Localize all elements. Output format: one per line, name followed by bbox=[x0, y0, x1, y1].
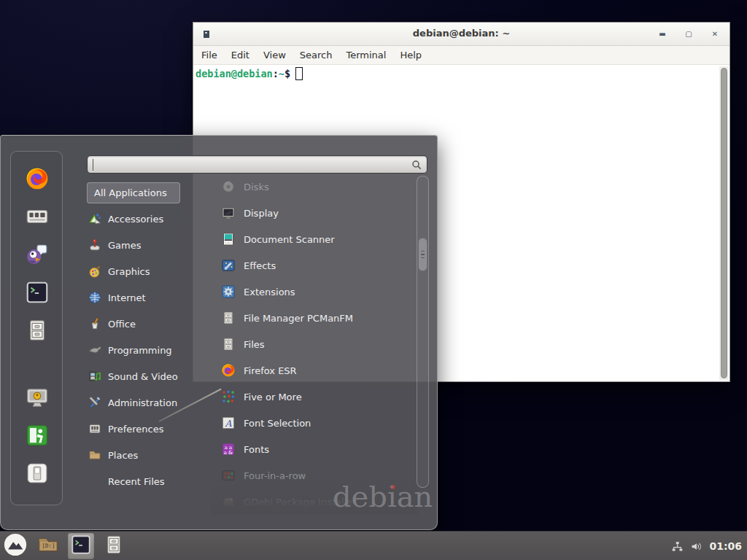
terminal-scrollbar[interactable] bbox=[719, 66, 728, 380]
places-icon bbox=[88, 448, 101, 462]
category-label: Internet bbox=[108, 292, 146, 303]
graphics-icon bbox=[88, 265, 101, 278]
taskbar-terminal-button[interactable] bbox=[68, 533, 94, 559]
desktop: debian@debian: ~ ▬ ▢ ✕ FileEditViewSearc… bbox=[0, 0, 747, 560]
close-button[interactable]: ✕ bbox=[711, 31, 719, 38]
prompt-symbol: $ bbox=[285, 68, 290, 79]
application-item[interactable]: Extensions bbox=[212, 279, 417, 305]
search-input[interactable] bbox=[87, 155, 427, 174]
category-item[interactable]: Graphics bbox=[87, 258, 212, 284]
taskbar-folder-button[interactable]: [D:] bbox=[35, 533, 61, 559]
document-scanner-icon bbox=[221, 232, 236, 246]
four-in-a-row-icon bbox=[221, 468, 236, 483]
all-applications-button[interactable]: All Applications bbox=[87, 182, 180, 203]
favorite-terminal-button[interactable] bbox=[25, 281, 50, 306]
category-item[interactable]: Sound & Video bbox=[87, 363, 212, 389]
category-item[interactable]: Internet bbox=[87, 284, 212, 311]
tray-network-icon[interactable] bbox=[671, 540, 684, 553]
programming-icon bbox=[88, 343, 101, 357]
category-label: Accessories bbox=[108, 214, 163, 225]
terminal-titlebar[interactable]: debian@debian: ~ ▬ ▢ ✕ bbox=[193, 23, 729, 46]
application-item[interactable]: Five or More bbox=[212, 384, 417, 410]
application-item[interactable]: Files bbox=[212, 331, 417, 357]
terminal-scrollbar-thumb[interactable] bbox=[721, 68, 727, 378]
firefox-icon bbox=[221, 363, 236, 378]
terminal-menu-help[interactable]: Help bbox=[400, 50, 422, 61]
category-item[interactable]: Programming bbox=[87, 337, 212, 363]
application-label: Firefox ESR bbox=[244, 365, 297, 376]
tray-volume-icon[interactable] bbox=[690, 540, 703, 553]
application-item[interactable]: Firefox ESR bbox=[212, 357, 417, 384]
favorite-firefox-button[interactable] bbox=[25, 168, 50, 192]
terminal-icon bbox=[25, 280, 50, 308]
taskbar-left: [D:] bbox=[2, 532, 127, 560]
maximize-button[interactable]: ▢ bbox=[684, 31, 693, 38]
apps-scrollbar-thumb[interactable] bbox=[418, 238, 427, 271]
favorite-lock-screen-button[interactable] bbox=[25, 386, 50, 411]
favorite-control-center-button[interactable] bbox=[25, 206, 50, 230]
prompt-path: ~ bbox=[279, 68, 285, 79]
svg-text:[D:]: [D:] bbox=[42, 542, 55, 549]
application-label: Four-in-a-row bbox=[244, 470, 306, 481]
terminal-menu-terminal[interactable]: Terminal bbox=[346, 50, 386, 61]
office-icon bbox=[88, 317, 101, 330]
taskbar-menu-launcher-button[interactable] bbox=[2, 533, 28, 559]
applications-list: DisksDisplayDocument ScannerEffectsExten… bbox=[212, 174, 417, 513]
all-applications-label: All Applications bbox=[94, 187, 167, 198]
category-label: Places bbox=[108, 450, 138, 461]
terminal-prompt: debian@debian:~$ bbox=[193, 65, 729, 80]
categories-list: AccessoriesGamesGraphicsInternetOfficePr… bbox=[87, 206, 212, 494]
terminal-menu-file[interactable]: File bbox=[201, 50, 217, 61]
minimize-button[interactable]: ▬ bbox=[658, 31, 667, 38]
category-label: Sound & Video bbox=[108, 371, 178, 382]
taskbar-file-cabinet-button[interactable] bbox=[101, 533, 127, 559]
preferences-icon bbox=[88, 422, 101, 435]
display-icon bbox=[221, 206, 236, 220]
terminal-icon bbox=[70, 534, 92, 559]
application-item[interactable]: a aa &Fonts bbox=[212, 436, 417, 462]
category-item[interactable]: Office bbox=[87, 311, 212, 337]
favorite-logout-button[interactable] bbox=[25, 424, 50, 449]
application-item[interactable]: Document Scanner bbox=[212, 226, 417, 252]
application-label: Five or More bbox=[244, 392, 302, 402]
administration-icon bbox=[88, 396, 101, 409]
application-label: Display bbox=[244, 208, 279, 219]
favorites-panel bbox=[10, 151, 63, 505]
application-label: Extensions bbox=[244, 287, 295, 298]
terminal-menu-view[interactable]: View bbox=[263, 50, 286, 61]
effects-icon bbox=[221, 258, 236, 273]
favorite-file-cabinet-button[interactable] bbox=[25, 319, 50, 344]
application-item[interactable]: Disks bbox=[212, 174, 417, 200]
application-item[interactable]: Display bbox=[212, 200, 417, 226]
application-label: Disks bbox=[244, 182, 269, 192]
internet-icon bbox=[88, 291, 101, 304]
taskbar: [D:] 01:06 bbox=[0, 531, 747, 560]
category-item[interactable]: Recent Files bbox=[87, 468, 212, 494]
pidgin-icon bbox=[25, 242, 50, 270]
taskbar-clock: 01:06 bbox=[709, 540, 742, 552]
application-item[interactable]: File Manager PCManFM bbox=[212, 305, 417, 331]
terminal-cursor bbox=[295, 67, 303, 80]
search-icon bbox=[411, 159, 422, 171]
file-cabinet-icon bbox=[25, 318, 50, 346]
category-item[interactable]: Games bbox=[87, 232, 212, 258]
search-caret bbox=[93, 159, 93, 171]
application-item[interactable]: Effects bbox=[212, 252, 417, 279]
terminal-menu-search[interactable]: Search bbox=[300, 50, 333, 61]
category-item[interactable]: Accessories bbox=[87, 206, 212, 232]
file-cabinet-icon bbox=[103, 534, 125, 559]
extensions-icon bbox=[221, 284, 236, 299]
window-title: debian@debian: ~ bbox=[193, 28, 729, 39]
category-label: Preferences bbox=[108, 424, 163, 435]
terminal-menu-edit[interactable]: Edit bbox=[231, 50, 249, 61]
apps-scrollbar-track[interactable] bbox=[417, 176, 429, 488]
five-or-more-icon bbox=[221, 389, 236, 404]
fonts-icon: a aa & bbox=[221, 442, 236, 456]
application-item[interactable]: AFont Selection bbox=[212, 410, 417, 436]
category-item[interactable]: Places bbox=[87, 442, 212, 468]
folder-icon: [D:] bbox=[37, 534, 59, 559]
favorite-pidgin-button[interactable] bbox=[25, 244, 50, 268]
favorite-shutdown-button[interactable] bbox=[25, 462, 50, 487]
category-item[interactable]: Preferences bbox=[87, 416, 212, 442]
taskbar-tray: 01:06 bbox=[671, 532, 742, 560]
